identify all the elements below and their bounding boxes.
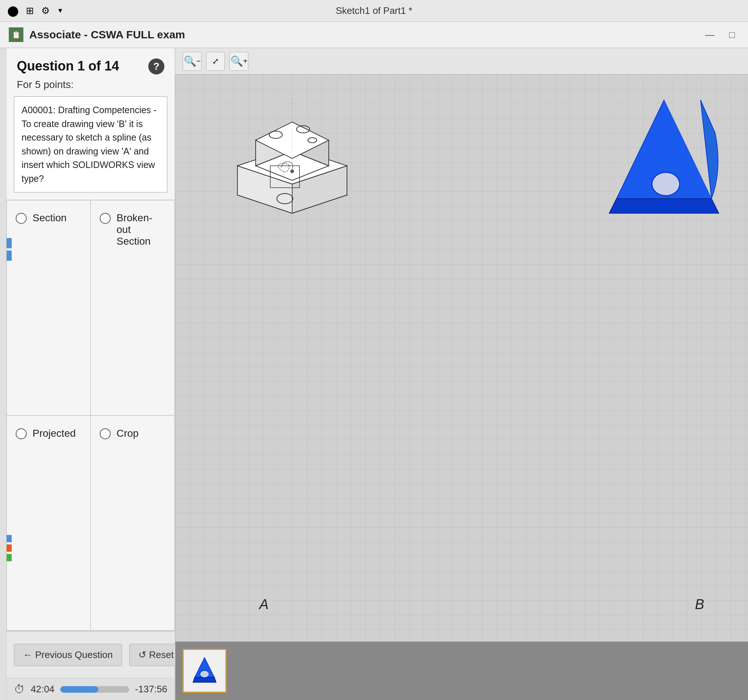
- app-header: 📋 Associate - CSWA FULL exam — □: [0, 22, 748, 48]
- question-title: Question 1 of 14: [17, 58, 119, 74]
- left-panel: Question 1 of 14 ? For 5 points: A00001:…: [0, 48, 175, 700]
- timer-bar: ⏱ 42:04 -137:56: [6, 678, 175, 700]
- radio-crop[interactable]: [100, 428, 111, 439]
- zoom-in-button[interactable]: 🔍+: [230, 52, 248, 71]
- radio-section[interactable]: [16, 213, 27, 224]
- answer-option-broken-out[interactable]: Broken-out Section: [91, 200, 175, 416]
- help-button[interactable]: ?: [148, 58, 164, 74]
- view-label-b: B: [695, 597, 704, 612]
- gear-icon[interactable]: ⚙: [41, 5, 50, 17]
- edge-bar: [0, 48, 6, 700]
- answers-area: Section Broken-out Section Projected Cro…: [6, 200, 175, 631]
- answer-label-crop: Crop: [117, 428, 139, 439]
- fit-to-screen-button[interactable]: ⤢: [206, 52, 225, 71]
- svg-point-21: [200, 670, 209, 678]
- svg-point-17: [652, 172, 680, 196]
- thumbnail-1[interactable]: [182, 649, 227, 693]
- zoom-out-button[interactable]: 🔍−: [182, 52, 202, 71]
- edge-markers: [6, 238, 12, 261]
- thumbnail-bar: [175, 642, 748, 700]
- right-panel: 🔍− ⤢ 🔍+: [175, 48, 748, 700]
- timer-remaining: -137:56: [135, 683, 167, 695]
- question-text: A00001: Drafting Competencies - To creat…: [14, 96, 167, 193]
- svg-marker-20: [193, 677, 216, 682]
- edge-marker-2: [6, 251, 12, 261]
- app-icon: 📋: [9, 27, 23, 42]
- part-a-drawing: [219, 93, 402, 250]
- left-content: Question 1 of 14 ? For 5 points: A00001:…: [6, 48, 175, 700]
- timer-icon: ⏱: [14, 683, 25, 695]
- answer-option-section[interactable]: Section: [6, 200, 91, 416]
- radio-projected[interactable]: [16, 428, 27, 439]
- timer-progress-bar: [60, 686, 129, 693]
- question-header: Question 1 of 14 ?: [6, 48, 175, 79]
- title-bar-title: Sketch1 of Part1 *: [336, 5, 412, 17]
- minimize-button[interactable]: —: [701, 28, 719, 42]
- edge-marker-3: [6, 535, 12, 542]
- answer-label-section: Section: [32, 212, 67, 224]
- circle-icon: ⬤: [7, 5, 19, 17]
- window-controls: — □: [701, 28, 739, 42]
- bottom-nav-bar: ← Previous Question ↺ Reset Question 8.3…: [6, 631, 175, 678]
- answer-label-broken-out: Broken-out Section: [117, 212, 166, 247]
- answer-option-projected[interactable]: Projected: [6, 416, 91, 631]
- edge-markers-bottom: [6, 535, 12, 561]
- grid-icon: ⊞: [26, 5, 34, 17]
- timer-elapsed: 42:04: [31, 683, 55, 695]
- part-b-drawing: [602, 96, 726, 235]
- dropdown-arrow-icon[interactable]: ▼: [57, 7, 64, 15]
- edge-marker-4: [6, 544, 12, 552]
- svg-point-14: [290, 169, 294, 173]
- answer-label-projected: Projected: [32, 428, 76, 439]
- maximize-button[interactable]: □: [725, 28, 739, 42]
- previous-button[interactable]: ← Previous Question: [14, 644, 122, 666]
- answer-option-crop[interactable]: Crop: [91, 416, 175, 631]
- view-label-a: A: [259, 597, 268, 612]
- svg-marker-16: [609, 199, 719, 213]
- main-layout: Question 1 of 14 ? For 5 points: A00001:…: [0, 48, 748, 700]
- cad-viewport[interactable]: A B: [175, 74, 748, 700]
- timer-fill: [60, 686, 98, 693]
- edge-marker-5: [6, 554, 12, 561]
- title-bar-icons: ⬤ ⊞ ⚙ ▼: [7, 5, 64, 17]
- points-label: For 5 points:: [6, 79, 175, 96]
- cad-toolbar: 🔍− ⤢ 🔍+: [175, 48, 748, 74]
- app-title: Associate - CSWA FULL exam: [29, 29, 185, 41]
- radio-broken-out[interactable]: [100, 213, 111, 224]
- title-bar: ⬤ ⊞ ⚙ ▼ Sketch1 of Part1 *: [0, 0, 748, 22]
- edge-marker-1: [6, 238, 12, 248]
